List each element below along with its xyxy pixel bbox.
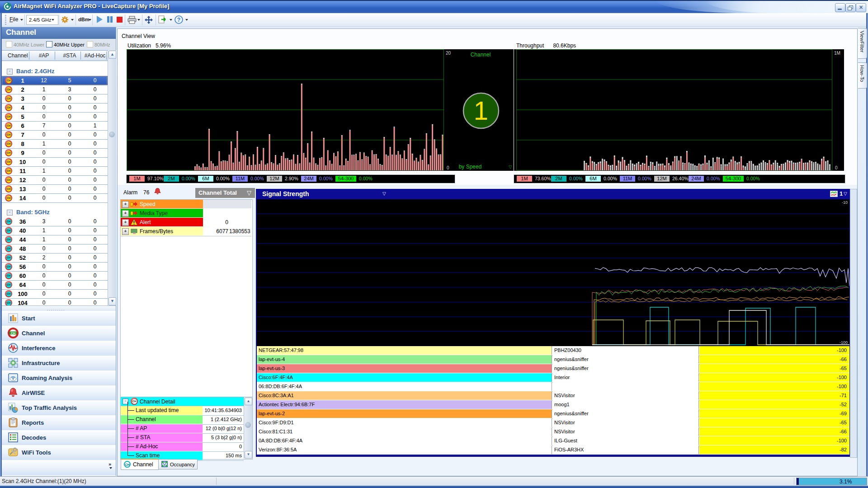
svg-text:1: 1 bbox=[474, 96, 488, 125]
svg-text:CH: CH bbox=[11, 332, 15, 335]
svg-text:-100: -100 bbox=[840, 340, 848, 345]
svg-text:1M: 1M bbox=[834, 51, 840, 56]
svg-text:▽: ▽ bbox=[509, 164, 512, 169]
svg-text:-10: -10 bbox=[842, 200, 848, 205]
svg-text:by Speed: by Speed bbox=[459, 164, 482, 170]
svg-text:CH: CH bbox=[125, 463, 129, 466]
svg-text:Channel: Channel bbox=[471, 52, 491, 58]
svg-text:0: 0 bbox=[835, 165, 838, 170]
svg-text:?: ? bbox=[177, 17, 180, 23]
svg-text:20: 20 bbox=[446, 51, 451, 56]
svg-text:0: 0 bbox=[447, 165, 449, 170]
